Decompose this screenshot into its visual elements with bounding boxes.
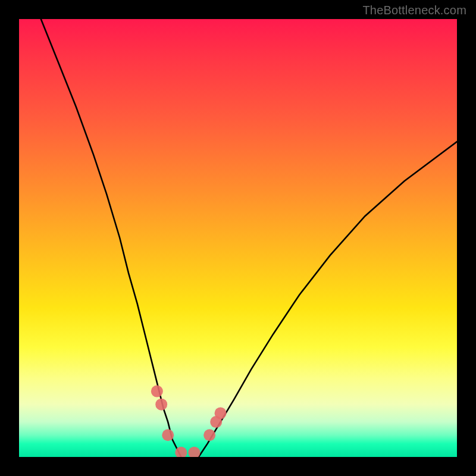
plot-area (19, 19, 457, 457)
curve-svg (19, 19, 457, 457)
curve-right-branch (199, 142, 457, 457)
watermark-text: TheBottleneck.com (362, 4, 466, 17)
marker-point (215, 407, 227, 419)
marker-group (151, 386, 227, 457)
marker-point (162, 429, 174, 441)
marker-point (203, 429, 215, 441)
marker-point (155, 399, 167, 411)
marker-point (151, 386, 163, 397)
chart-frame: TheBottleneck.com (0, 0, 476, 476)
marker-point (188, 447, 200, 457)
